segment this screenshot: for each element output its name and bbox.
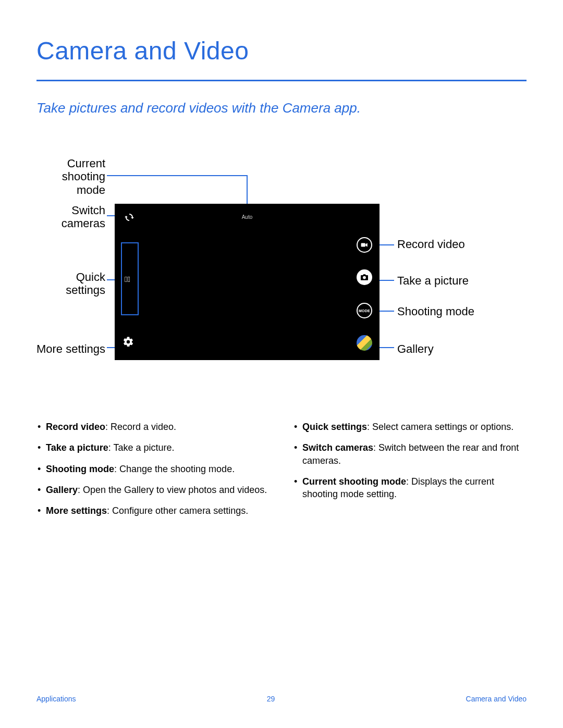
bullet-item: Gallery: Open the Gallery to view photos… <box>36 484 270 496</box>
bullet-item: Current shooting mode: Displays the curr… <box>293 475 527 501</box>
bullet-col-right: Quick settings: Select camera settings o… <box>293 421 527 525</box>
bullet-item: Quick settings: Select camera settings o… <box>293 421 527 433</box>
bullet-item: Take a picture: Take a picture. <box>36 441 270 454</box>
bullet-term: Quick settings <box>302 422 367 432</box>
bullet-term: More settings <box>46 505 107 516</box>
camera-diagram: Current shooting mode Switch cameras Qui… <box>36 157 527 376</box>
bullet-item: More settings: Configure other camera se… <box>36 504 270 517</box>
horizontal-rule <box>36 80 527 81</box>
callout-shooting-mode: Shooting mode <box>397 305 474 318</box>
record-video-icon <box>357 237 372 253</box>
camera-icon <box>357 269 372 285</box>
mode-button-icon: MODE <box>357 303 372 318</box>
bullet-item: Switch cameras: Switch between the rear … <box>293 441 527 467</box>
callout-switch-cameras: Switch cameras <box>36 204 105 230</box>
gear-icon <box>123 336 134 350</box>
bullet-term: Gallery <box>46 485 78 495</box>
gallery-thumbnail-icon <box>357 335 372 351</box>
bullet-term: Current shooting mode <box>302 476 406 487</box>
footer-right: Camera and Video <box>466 695 527 703</box>
svg-rect-7 <box>361 243 365 247</box>
switch-camera-icon <box>123 211 136 224</box>
bullet-columns: Record video: Record a video.Take a pict… <box>36 421 527 525</box>
bullet-term: Shooting mode <box>46 464 114 474</box>
camera-screen: Auto ⚡⃠ MODE <box>115 204 380 360</box>
callout-current-mode: Current shooting mode <box>36 157 105 196</box>
page-subtitle: Take pictures and record videos with the… <box>36 100 527 116</box>
callout-record-video: Record video <box>397 238 465 251</box>
bullet-item: Shooting mode: Change the shooting mode. <box>36 463 270 475</box>
current-mode-label: Auto <box>115 214 380 220</box>
callout-take-picture: Take a picture <box>397 274 469 287</box>
callout-quick-settings: Quick settings <box>36 270 105 297</box>
footer-left: Applications <box>36 695 76 703</box>
callout-gallery: Gallery <box>397 342 434 355</box>
bullet-item: Record video: Record a video. <box>36 421 270 433</box>
bullet-col-left: Record video: Record a video.Take a pict… <box>36 421 270 525</box>
page-title: Camera and Video <box>36 36 527 65</box>
bullet-term: Take a picture <box>46 442 108 453</box>
document-page: Camera and Video Take pictures and recor… <box>0 0 563 728</box>
bullet-term: Record video <box>46 422 105 432</box>
bullet-term: Switch cameras <box>302 442 373 453</box>
footer-page-number: 29 <box>267 695 275 703</box>
flash-icon: ⚡⃠ <box>125 275 130 283</box>
page-footer: Applications 29 Camera and Video <box>36 695 527 703</box>
callout-more-settings: More settings <box>31 342 105 355</box>
